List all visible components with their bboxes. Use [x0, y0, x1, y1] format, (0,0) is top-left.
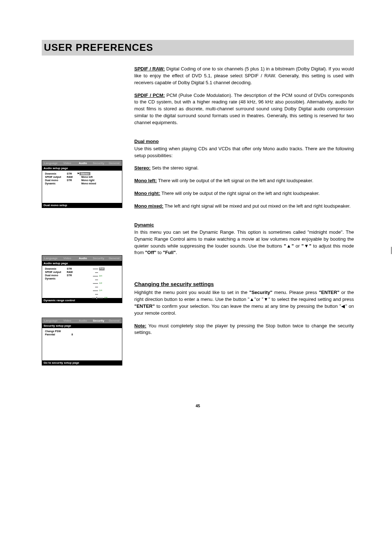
menu-footer: Go to security setup page — [42, 360, 122, 365]
menu-body: DownmixSTR SPDIF outputRAW Dual monoSTR … — [42, 266, 122, 298]
row-parental: Parental — [45, 333, 67, 336]
row-dynamic: Dynamic — [45, 182, 67, 185]
tab-audio: Audio — [75, 318, 91, 323]
opt-mono-right: Mono right — [81, 179, 94, 182]
para-stereo: Stereo: Sets the stereo signal. — [134, 165, 354, 172]
menu-tabs: Language Video Audio Security General — [42, 256, 122, 261]
para-mono-right: Mono right: There will only be output of… — [134, 190, 354, 197]
page-number: 45 — [42, 404, 354, 408]
row-change-psw: Change PSW — [45, 330, 67, 333]
tab-general: General — [106, 256, 122, 261]
row-downmix: Downmix — [45, 172, 67, 175]
tab-security: Security — [91, 318, 106, 323]
tab-language: Language — [42, 318, 60, 323]
right-column: SPDIF / RAW: Digital Coding of one to si… — [129, 66, 354, 375]
menu-dual-mono: Language Video Audio Security General Au… — [42, 160, 122, 208]
menu-footer: Dynamic range control — [42, 298, 122, 303]
opt-stereo: Stereo — [79, 172, 90, 175]
page-title: USER PREFERENCES — [44, 42, 352, 53]
para-security: Highlight the menu point you would like … — [134, 289, 354, 317]
para-spdif-raw: SPDIF / RAW: Digital Coding of one to si… — [134, 66, 354, 86]
menu-body: DownmixSTR▶Stereo SPDIF outputRAWMono le… — [42, 171, 122, 203]
tab-language: Language — [42, 160, 60, 166]
tab-security: Security — [91, 160, 106, 166]
menu-body: Change PSW Parental8 — [42, 328, 122, 360]
row-downmix: Downmix — [45, 267, 67, 270]
para-dual-mono-intro: Use this setting when playing CDs and VC… — [134, 146, 354, 159]
menu-tabs: Language Video Audio Security General — [42, 160, 122, 166]
tab-security: Security — [91, 256, 106, 261]
heading-dynamic: Dynamic — [134, 222, 354, 228]
menu-security: Language Video Audio Security General Se… — [42, 318, 122, 366]
para-spdif-pcm: SPDIF / PCM: PCM (Pulse Code Modulation)… — [134, 92, 354, 126]
menu-subhead: Security setup page — [42, 323, 122, 328]
row-dual-mono: Dual mono — [45, 274, 67, 277]
tab-general: General — [106, 160, 122, 166]
para-mono-mixed: Mono mixed: The left and right signal wi… — [134, 203, 354, 210]
heading-dual-mono: Dual mono — [134, 139, 354, 144]
tab-video: Video — [60, 256, 75, 261]
row-spdif: SPDIF output — [45, 270, 67, 274]
menu-subhead: Audio setup page — [42, 166, 122, 171]
opt-mono-left: Mono left — [81, 175, 93, 179]
title-bar: USER PREFERENCES — [42, 40, 354, 56]
row-dual-mono: Dual mono — [45, 179, 67, 182]
row-dynamic: Dynamic — [45, 277, 67, 280]
menu-dynamic: Language Video Audio Security General Au… — [42, 255, 122, 303]
dynamic-scale: Full 3/4 1/2 1/4 Off — [86, 267, 107, 300]
tab-video: Video — [60, 318, 75, 323]
row-spdif: SPDIF output — [45, 175, 67, 179]
para-mono-left: Mono left: There will only be output of … — [134, 177, 354, 184]
menu-subhead: Audio setup page — [42, 261, 122, 266]
menu-tabs: Language Video Audio Security General — [42, 318, 122, 323]
tab-audio: Audio — [75, 256, 91, 261]
tab-video: Video — [60, 160, 75, 166]
para-dynamic: In this menu you can set the Dynamic Ran… — [134, 229, 354, 256]
tab-language: Language — [42, 256, 60, 261]
content: Language Video Audio Security General Au… — [42, 66, 354, 375]
heading-security: Changing the security settings — [134, 281, 354, 287]
opt-mono-mixed: Mono mixed — [81, 182, 96, 185]
tab-audio: Audio — [75, 160, 91, 166]
para-note: Note: You must completely stop the playe… — [134, 323, 354, 336]
page: USER PREFERENCES ENG Language Video Audi… — [0, 0, 392, 430]
menu-footer: Dual mono setup — [42, 203, 122, 208]
tab-general: General — [106, 318, 122, 323]
left-column: Language Video Audio Security General Au… — [42, 66, 129, 375]
